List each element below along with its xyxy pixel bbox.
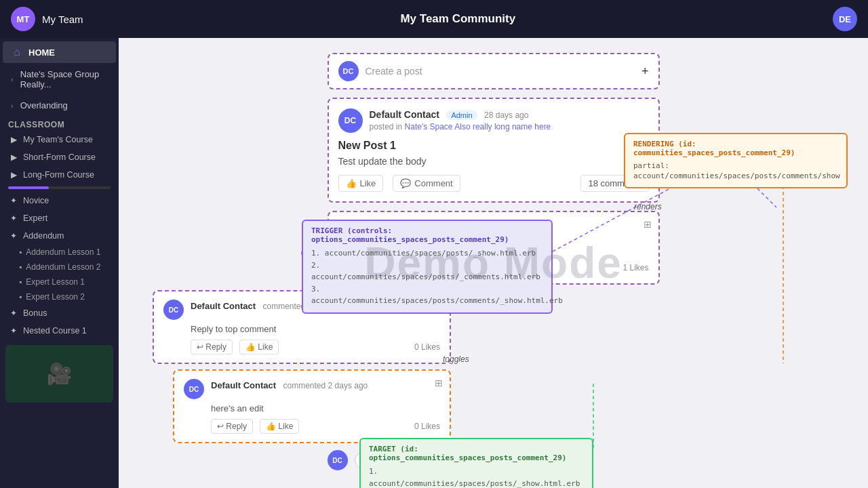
sidebar-item-nate-space[interactable]: › Nate's Space Group Really... [3, 64, 116, 94]
addendum-lesson-1-label: Addendum Lesson 1 [26, 247, 100, 257]
comment-body-nested: here's an edit [184, 403, 440, 413]
post-body: Test update the body [338, 156, 649, 167]
grid-icon-1: ⊞ [644, 219, 652, 230]
rendering-item-1: partial: account/communities/spaces/post… [633, 161, 838, 182]
sidebar-item-addendum-lesson-1[interactable]: ▪ Addendum Lesson 1 [0, 245, 119, 260]
reply-button-2[interactable]: ↩ Reply [191, 340, 233, 354]
comment-likes-nested: 0 Likes [414, 422, 440, 431]
create-post-bar[interactable]: DC Create a post + [328, 53, 660, 89]
sidebar-item-addendum[interactable]: ✦ Addendum [0, 227, 119, 245]
user-avatar[interactable]: DE [833, 7, 857, 31]
chevron-right-icon: › [11, 75, 14, 83]
team-name: My Team [42, 14, 83, 25]
community-title: My Team Community [400, 12, 515, 26]
sidebar-item-addendum-lesson-2[interactable]: ▪ Addendum Lesson 2 [0, 260, 119, 274]
grid-icon-nested: ⊞ [435, 378, 443, 388]
sidebar-item-overlanding[interactable]: › Overlanding [3, 96, 116, 115]
comment-button[interactable]: 💬 Comment [393, 175, 460, 192]
lesson-icon-2: ▪ [19, 262, 22, 272]
sidebar-item-bonus[interactable]: ✦ Bonus [0, 304, 119, 322]
post-header: DC Default Contact Admin 28 days ago pos… [338, 108, 649, 133]
comment-avatar-2: DC [163, 300, 184, 320]
lesson-icon-3: ▪ [19, 277, 22, 287]
sidebar-item-long-form[interactable]: ▶ Long-Form Course [0, 166, 119, 184]
sidebar-item-short-form[interactable]: ▶ Short-Form Course [0, 148, 119, 166]
post-meta: Default Contact Admin 28 days ago posted… [370, 108, 649, 131]
content-area: Demo Mode DC [119, 38, 868, 488]
post-time: 28 days ago [484, 110, 528, 120]
comment-card-nested: DC Default Contact commented 2 days ago … [173, 369, 451, 443]
course-label-2: Short-Form Course [23, 152, 96, 162]
sidebar: ⌂ HOME › Nate's Space Group Really... › … [0, 38, 119, 488]
target-box: TARGET (id: options_communities_spaces_p… [359, 438, 593, 488]
like-button[interactable]: 👍 Like [338, 175, 384, 192]
sidebar-item-home[interactable]: ⌂ HOME [3, 41, 116, 63]
lesson-icon-4: ▪ [19, 292, 22, 302]
comment-label: Comment [414, 178, 452, 188]
bonus-label: Bonus [23, 308, 47, 318]
comment-meta-nested: Default Contact commented 2 days ago [211, 379, 368, 391]
course-icon-3: ▶ [8, 169, 19, 180]
sidebar-label-nate: Nate's Space Group Really... [20, 69, 108, 89]
like-icon: 👍 [346, 178, 357, 188]
sidebar-item-my-team-course[interactable]: ▶ My Team's Course [0, 131, 119, 148]
post-admin-badge: Admin [446, 110, 477, 120]
expand-icon-novice: ✦ [8, 195, 19, 206]
reply-button-nested[interactable]: ↩ Reply [211, 419, 253, 434]
trigger-item-3: 3. account/communities/spaces/posts/comm… [311, 283, 543, 307]
comment-header-nested: DC Default Contact commented 2 days ago [184, 379, 440, 399]
expert-label: Expert [23, 214, 47, 223]
trigger-box: TRIGGER (controls: options_communities_s… [302, 220, 553, 314]
comment-actions-2: ↩ Reply 👍 Like 0 Likes [163, 340, 440, 354]
progress-bar [8, 186, 111, 189]
create-post-avatar: DC [338, 61, 359, 81]
trigger-item-2: 2. account/communities/spaces/posts/_com… [311, 260, 543, 283]
sidebar-item-expert-lesson-2[interactable]: ▪ Expert Lesson 2 [0, 289, 119, 304]
nested-course-label: Nested Course 1 [23, 326, 87, 336]
create-post-plus-icon: + [642, 64, 649, 79]
sidebar-item-nested-course[interactable]: ✦ Nested Course 1 [0, 322, 119, 340]
bottom-comment-avatar: DC [328, 450, 348, 470]
post-space-link[interactable]: Nate's Space Also really long name here [405, 122, 551, 131]
comment-avatar-nested: DC [184, 379, 204, 399]
chevron-right-icon-2: › [11, 102, 14, 110]
sidebar-item-novice[interactable]: ✦ Novice [0, 192, 119, 209]
post-author: Default Contact [370, 109, 439, 120]
target-box-title: TARGET (id: options_communities_spaces_p… [369, 445, 584, 462]
sidebar-home-label: HOME [28, 47, 55, 58]
post-avatar: DC [338, 108, 363, 133]
trigger-box-title: TRIGGER (controls: options_communities_s… [311, 226, 543, 244]
comment-author-nested: Default Contact [211, 380, 276, 390]
main-layout: ⌂ HOME › Nate's Space Group Really... › … [0, 38, 868, 488]
comment-actions-nested: ↩ Reply 👍 Like 0 Likes [184, 419, 440, 434]
create-post-placeholder[interactable]: Create a post [366, 66, 635, 77]
like-label: Like [360, 178, 376, 188]
sidebar-classroom-label: CLASSROOM [0, 116, 119, 131]
comment-time-nested: commented 2 days ago [283, 381, 368, 390]
video-person: 🎥 [5, 345, 113, 403]
lesson-icon-1: ▪ [19, 247, 22, 257]
like-button-nested[interactable]: 👍 Like [260, 419, 299, 434]
expert-lesson-1-label: Expert Lesson 1 [26, 277, 85, 287]
team-avatar[interactable]: MT [11, 7, 35, 31]
course-label-1: My Team's Course [23, 135, 93, 144]
course-label-3: Long-Form Course [23, 170, 94, 180]
trigger-item-1: 1. account/communities/spaces/posts/_sho… [311, 247, 543, 260]
post-title: New Post 1 [338, 140, 649, 152]
toggles-label: toggles [443, 354, 469, 364]
rendering-box: RENDERING (id: communities_spaces_posts_… [624, 133, 848, 188]
course-icon-1: ▶ [8, 134, 19, 145]
sidebar-item-expert-lesson-1[interactable]: ▪ Expert Lesson 1 [0, 274, 119, 289]
comment-likes-1: 1 Likes [623, 263, 648, 272]
addendum-lesson-2-label: Addendum Lesson 2 [26, 262, 100, 272]
sidebar-item-expert[interactable]: ✦ Expert [0, 209, 119, 227]
topbar-left: MT My Team [11, 7, 83, 31]
sidebar-video-thumbnail: 🎥 [5, 345, 113, 403]
like-button-comment-2[interactable]: 👍 Like [239, 340, 279, 354]
course-icon-2: ▶ [8, 152, 19, 163]
comment-icon: 💬 [400, 178, 411, 188]
expand-icon-expert: ✦ [8, 213, 19, 224]
home-icon: ⌂ [11, 46, 23, 58]
expert-lesson-2-label: Expert Lesson 2 [26, 292, 85, 302]
expand-icon-bonus: ✦ [8, 308, 19, 319]
